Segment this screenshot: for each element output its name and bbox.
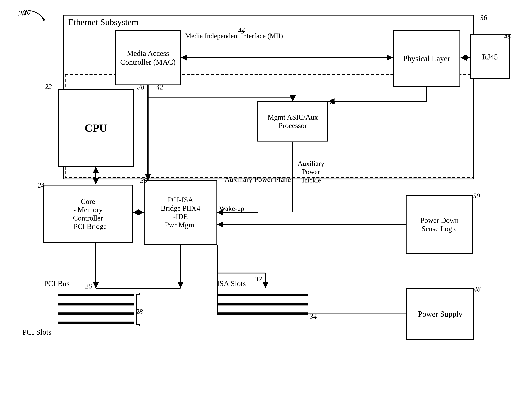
ref-20-arrow [26, 9, 48, 23]
svg-marker-12 [93, 167, 99, 173]
pci-slots-label: PCI Slots [22, 327, 51, 336]
aux-power-trickle-label: Auxiliary Power Trickle [296, 159, 326, 184]
svg-marker-24 [461, 55, 467, 61]
ref-38: 38 [137, 83, 144, 91]
isa-slot-1 [217, 294, 308, 296]
mac-box: Media Access Controller (MAC) [115, 30, 181, 85]
pci-slot-1 [58, 294, 134, 296]
rj45-box: RJ45 [470, 35, 510, 79]
pci-isa-box: PCI-ISA Bridge PIIX4 -IDE Pwr Mgmt [144, 181, 217, 244]
ref-48: 48 [474, 285, 481, 293]
svg-marker-28 [290, 95, 296, 101]
ref-26: 26 [85, 282, 92, 290]
pci-slot-4 [58, 321, 134, 324]
svg-marker-16 [138, 209, 144, 216]
mgmt-asic-box: Mgmt ASIC/Aux Processor [258, 102, 328, 141]
physical-layer-box: Physical Layer [393, 30, 460, 87]
isa-slots-label: ISA Slots [217, 279, 246, 288]
svg-marker-21 [181, 55, 187, 61]
pci-bracket-svg [133, 293, 143, 326]
ref-40: 40 [329, 98, 336, 106]
pci-slot-3 [58, 312, 134, 315]
ref-50: 50 [473, 192, 480, 200]
svg-marker-36 [177, 282, 184, 288]
diagram: 20 Ethernet Subsystem 36 22 CPU 44 Media… [0, 0, 532, 403]
wakeup-label: Wake-up [219, 204, 244, 213]
svg-marker-38 [93, 282, 99, 288]
power-supply-box: Power Supply [407, 288, 474, 340]
ref-20-label: 20 [18, 9, 26, 18]
svg-marker-46 [217, 221, 223, 227]
power-down-box: Power Down Sense Logic [406, 196, 473, 253]
ref-42: 42 [156, 83, 163, 91]
cpu-box: CPU [58, 90, 133, 166]
svg-marker-13 [93, 178, 99, 184]
ref-46: 46 [504, 33, 511, 41]
ref-32: 32 [255, 275, 262, 283]
isa-slot-3 [217, 312, 308, 315]
ethernet-subsystem-label: Ethernet Subsystem [68, 17, 138, 27]
pci-bus-label: PCI Bus [44, 279, 70, 288]
isa-slot-2 [217, 303, 308, 305]
core-box: Core - Memory Controller - PCI Bridge [43, 185, 133, 243]
ref-22: 22 [45, 83, 52, 91]
svg-marker-42 [262, 282, 268, 288]
mii-label: Media Independent Interface (MII) [185, 32, 241, 40]
aux-power-plane-label: Auxiliary Power Plane [224, 175, 291, 183]
ref-36: 36 [480, 13, 487, 22]
pci-slot-2 [58, 303, 134, 305]
svg-marker-20 [387, 55, 393, 61]
ref-34: 34 [310, 312, 317, 321]
